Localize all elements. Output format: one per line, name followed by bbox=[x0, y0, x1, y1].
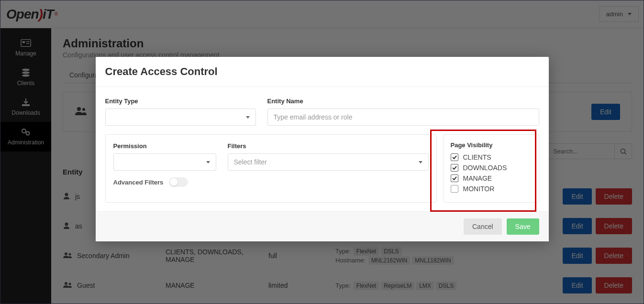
page-visibility-option[interactable]: CLIENTS bbox=[451, 153, 532, 161]
modal-overlay: Create Access Control Entity Type Entity… bbox=[0, 0, 644, 304]
checkbox[interactable] bbox=[451, 164, 458, 172]
page-visibility-option[interactable]: DOWNLOADS bbox=[451, 164, 532, 172]
filters-label: Filters bbox=[228, 142, 429, 150]
page-visibility-option[interactable]: MONITOR bbox=[451, 185, 532, 193]
entity-name-label: Entity Name bbox=[267, 98, 539, 105]
entity-type-select[interactable] bbox=[105, 109, 256, 126]
page-visibility-option-label: CLIENTS bbox=[463, 153, 491, 161]
filters-select[interactable]: Select filter bbox=[228, 153, 429, 171]
permission-select[interactable] bbox=[113, 153, 216, 171]
permission-label: Permission bbox=[113, 142, 216, 150]
create-access-control-dialog: Create Access Control Entity Type Entity… bbox=[96, 57, 549, 241]
advanced-filters-toggle[interactable] bbox=[169, 177, 188, 187]
page-visibility-label: Page Visibility bbox=[451, 141, 532, 149]
permission-panel: Permission Filters Select filter Advance… bbox=[105, 134, 437, 203]
checkbox[interactable] bbox=[451, 153, 458, 161]
advanced-filters-label: Advanced Filters bbox=[113, 179, 164, 186]
entity-type-label: Entity Type bbox=[105, 98, 256, 105]
caret-down-icon bbox=[246, 116, 250, 119]
dialog-title: Create Access Control bbox=[105, 65, 539, 78]
entity-name-input[interactable] bbox=[267, 109, 539, 126]
page-visibility-option-label: MANAGE bbox=[463, 174, 492, 182]
page-visibility-panel: Page Visibility CLIENTS DOWNLOADS MANAGE bbox=[444, 134, 539, 203]
caret-down-icon bbox=[206, 161, 210, 163]
cancel-button[interactable]: Cancel bbox=[464, 218, 502, 235]
save-button[interactable]: Save bbox=[507, 218, 539, 235]
page-visibility-option-label: MONITOR bbox=[463, 185, 495, 193]
page-visibility-option-label: DOWNLOADS bbox=[463, 164, 507, 172]
checkbox[interactable] bbox=[451, 185, 458, 193]
caret-down-icon bbox=[419, 161, 422, 163]
checkbox[interactable] bbox=[451, 174, 458, 182]
page-visibility-option[interactable]: MANAGE bbox=[451, 174, 532, 182]
